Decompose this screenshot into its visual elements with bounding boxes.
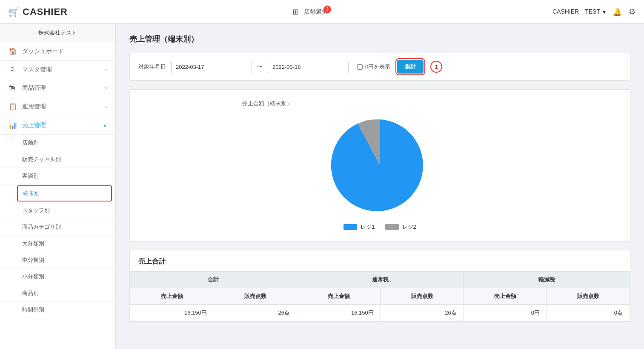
user-label: CASHIER TEST [552, 8, 600, 16]
cell-sales-reduced: 0円 [464, 305, 547, 321]
col-header-sales-total: 売上金額 [130, 288, 214, 305]
page-title: 売上管理（端末別） [129, 34, 630, 44]
sidebar-item-by-product[interactable]: 商品別 [0, 285, 115, 302]
chevron-right-icon2: › [105, 85, 107, 91]
cell-qty-total: 26点 [214, 305, 297, 321]
company-name: 株式会社テスト [0, 24, 115, 42]
step-badge: 1 [430, 61, 442, 73]
cell-sales-total: 16,150円 [130, 305, 214, 321]
chart-title: 売上金額（端末別） [242, 100, 292, 108]
cart-icon: 🛒 [9, 7, 19, 17]
col-header-qty-normal: 販売点数 [381, 288, 464, 305]
by-channel-label: 販売チャネル別 [22, 156, 61, 163]
pie-svg [329, 114, 431, 216]
sidebar-item-by-minor[interactable]: 小分類別 [0, 269, 115, 285]
chevron-right-icon3: › [105, 104, 107, 110]
sidebar: 株式会社テスト 🏠 ダッシュボード 🗄 マスタ管理 › 🛍 商品管理 › 📋 運… [0, 24, 116, 349]
zero-display-label[interactable]: 0円を表示 [365, 63, 390, 71]
tilde-separator: 〜 [257, 63, 263, 71]
chevron-right-icon: › [105, 67, 107, 73]
by-product-label: 商品別 [22, 289, 39, 297]
col-header-qty-reduced: 販売点数 [547, 288, 630, 305]
pie-legend: レジ1 レジ2 [343, 223, 416, 231]
sidebar-item-by-terminal[interactable]: 端末別 [17, 185, 112, 201]
grid-icon[interactable]: ⊞ [292, 7, 299, 17]
filter-label: 対象年月日 [138, 63, 166, 71]
sidebar-item-by-mid[interactable]: 中分類別 [0, 252, 115, 269]
settings-button[interactable]: ⚙ [629, 7, 635, 17]
header-right: CASHIER TEST ▾ 🔔 ⚙ [552, 7, 635, 17]
legend-label-2: レジ2 [402, 223, 416, 231]
store-select-button[interactable]: 店舗選択 3 [304, 8, 328, 16]
cell-sales-normal: 16,150円 [297, 305, 381, 321]
col-group-normal: 通常税 [297, 272, 464, 288]
cell-qty-reduced: 0点 [547, 305, 630, 321]
sidebar-item-dashboard-label: ダッシュボード [22, 48, 64, 55]
store-badge: 3 [323, 6, 331, 13]
sidebar-item-operations-label: 運用管理 [22, 103, 46, 111]
sidebar-item-by-channel[interactable]: 販売チャネル別 [0, 151, 115, 168]
sidebar-item-by-customer[interactable]: 客層別 [0, 168, 115, 184]
home-icon: 🏠 [9, 47, 17, 55]
date-from-input[interactable] [171, 61, 252, 73]
logo-area: 🛒 CASHIER [9, 6, 68, 17]
by-terminal-label: 端末別 [23, 190, 40, 197]
user-menu[interactable]: CASHIER TEST ▾ [552, 8, 606, 16]
by-customer-label: 客層別 [22, 172, 39, 180]
legend-item-1: レジ1 [343, 223, 375, 231]
col-header-qty-total: 販売点数 [214, 288, 297, 305]
aggregate-button[interactable]: 集計 [397, 60, 424, 74]
col-group-total: 合計 [130, 272, 297, 288]
by-minor-label: 小分類別 [22, 273, 44, 281]
by-mid-label: 中分類別 [22, 256, 44, 264]
chevron-down-icon: ▾ [603, 9, 606, 15]
pie-chart [329, 114, 431, 216]
sidebar-item-by-store[interactable]: 店舗別 [0, 135, 115, 151]
col-group-reduced: 軽減税 [464, 272, 630, 288]
cell-qty-normal: 26点 [381, 305, 464, 321]
table-row: 16,150円 26点 16,150円 26点 0円 0点 [130, 305, 630, 321]
app-body: 株式会社テスト 🏠 ダッシュボード 🗄 マスタ管理 › 🛍 商品管理 › 📋 運… [0, 24, 644, 349]
sales-section: 売上合計 合計 通常税 軽減税 売上金額 販売点数 売上金額 販売点数 売上金額… [129, 250, 630, 322]
sidebar-item-by-time[interactable]: 時間帯別 [0, 302, 115, 318]
legend-color-1 [343, 224, 357, 230]
col-header-sales-reduced: 売上金額 [464, 288, 547, 305]
notification-button[interactable]: 🔔 [613, 7, 622, 17]
zero-display-checkbox-area: 0円を表示 [357, 63, 390, 71]
col-header-sales-normal: 売上金額 [297, 288, 381, 305]
legend-color-2 [385, 224, 399, 230]
by-major-label: 大分類別 [22, 240, 44, 247]
product-icon: 🛍 [9, 84, 17, 92]
chart-section: 売上金額（端末別） レジ1 レ [129, 89, 630, 241]
sidebar-item-by-major[interactable]: 大分類別 [0, 236, 115, 252]
sales-section-title: 売上合計 [130, 250, 630, 271]
by-staff-label: スタッフ別 [22, 207, 50, 214]
sidebar-item-master[interactable]: 🗄 マスタ管理 › [0, 61, 115, 79]
sidebar-item-product[interactable]: 🛍 商品管理 › [0, 79, 115, 97]
date-to-input[interactable] [268, 61, 349, 73]
sidebar-item-sales[interactable]: 📊 売上管理 ∨ [0, 116, 115, 135]
sidebar-item-product-label: 商品管理 [22, 84, 46, 92]
legend-label-1: レジ1 [361, 223, 375, 231]
sidebar-item-by-staff[interactable]: スタッフ別 [0, 202, 115, 219]
header-center: ⊞ 店舗選択 3 [292, 7, 328, 17]
sidebar-item-operations[interactable]: 📋 運用管理 › [0, 97, 115, 116]
chevron-down-icon2: ∨ [103, 122, 107, 128]
sidebar-item-master-label: マスタ管理 [22, 66, 52, 74]
filter-bar: 対象年月日 〜 0円を表示 集計 1 [129, 53, 630, 81]
by-store-label: 店舗別 [22, 139, 39, 147]
sales-icon: 📊 [9, 121, 17, 129]
sidebar-item-sales-label: 売上管理 [22, 122, 46, 129]
database-icon: 🗄 [9, 66, 17, 74]
sidebar-item-by-category[interactable]: 商品カテゴリ別 [0, 219, 115, 236]
sidebar-item-dashboard[interactable]: 🏠 ダッシュボード [0, 42, 115, 61]
top-header: 🛒 CASHIER ⊞ 店舗選択 3 CASHIER TEST ▾ 🔔 ⚙ [0, 0, 644, 24]
operations-icon: 📋 [9, 102, 17, 111]
by-category-label: 商品カテゴリ別 [22, 223, 61, 231]
by-time-label: 時間帯別 [22, 306, 44, 314]
logo-text: CASHIER [23, 6, 68, 17]
legend-item-2: レジ2 [385, 223, 416, 231]
sales-table: 合計 通常税 軽減税 売上金額 販売点数 売上金額 販売点数 売上金額 販売点数 [130, 271, 630, 321]
zero-display-checkbox[interactable] [357, 64, 363, 70]
main-content: 売上管理（端末別） 対象年月日 〜 0円を表示 集計 1 売上金額（端末別） [116, 24, 644, 349]
